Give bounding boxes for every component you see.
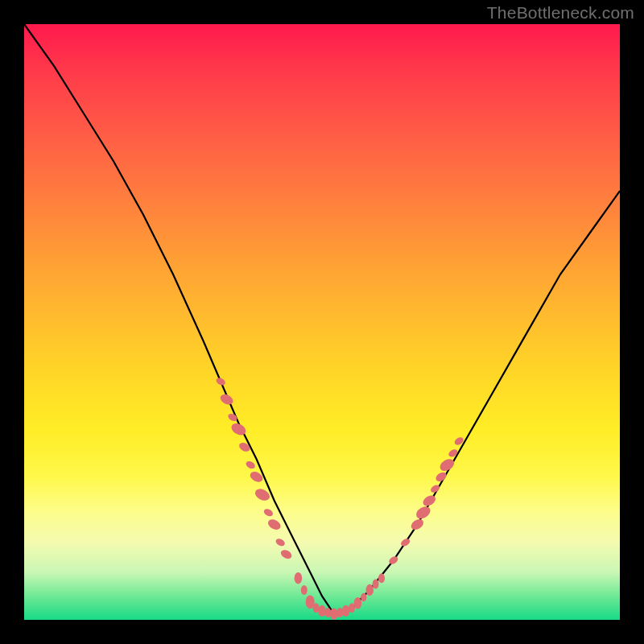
marker-point [421, 493, 437, 508]
marker-point [279, 548, 293, 560]
watermark-text: TheBottleneck.com [487, 3, 634, 23]
marker-point [245, 460, 256, 470]
marker-point [373, 580, 379, 589]
marker-point [399, 537, 411, 547]
marker-point [262, 507, 274, 518]
highlighted-points-group [215, 377, 464, 620]
chart-frame: TheBottleneck.com [0, 0, 644, 644]
marker-point [361, 593, 366, 602]
marker-point [365, 584, 374, 596]
marker-point [330, 608, 338, 619]
marker-point [354, 597, 362, 609]
chart-svg [24, 24, 620, 620]
marker-point [301, 585, 308, 595]
marker-point [215, 377, 226, 387]
marker-point [342, 605, 350, 617]
marker-point [266, 518, 283, 532]
bottleneck-curve [24, 24, 620, 614]
marker-point [318, 605, 326, 617]
marker-point [378, 573, 385, 583]
marker-point [237, 441, 251, 453]
chart-plot-area [24, 24, 620, 620]
marker-point [409, 517, 425, 531]
marker-point [448, 448, 459, 458]
marker-point [295, 572, 303, 584]
marker-point [414, 504, 432, 521]
marker-point [275, 537, 286, 547]
